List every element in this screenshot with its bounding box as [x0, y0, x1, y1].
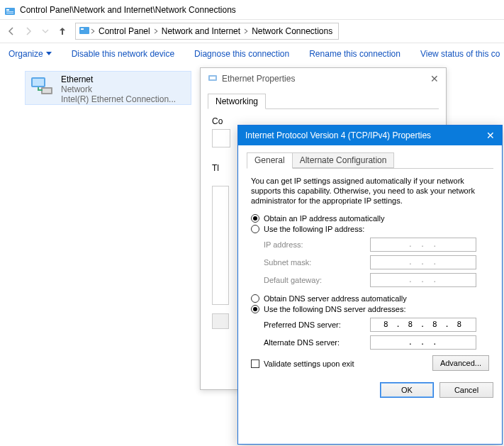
items-list-edge: [212, 186, 229, 305]
radio-obtain-dns[interactable]: Obtain DNS server address automatically: [251, 294, 489, 303]
radio-icon: [251, 294, 259, 303]
adapter-item-ethernet[interactable]: Ethernet Network Intel(R) Ethernet Conne…: [25, 71, 191, 105]
cancel-button[interactable]: Cancel: [439, 382, 493, 398]
radio-use-ip-label: Use the following IP address:: [264, 225, 364, 233]
adapter-device: Intel(R) Ethernet Connection...: [61, 94, 176, 104]
checkbox-icon: [251, 359, 259, 368]
input-preferred-dns[interactable]: 8 . 8 . 8 . 8: [370, 318, 476, 332]
network-adapter-icon: [30, 74, 55, 97]
connect-using-box: [212, 129, 230, 147]
close-icon[interactable]: ✕: [430, 73, 439, 84]
up-button[interactable]: [54, 23, 71, 40]
breadcrumb-seg-3[interactable]: Network Connections: [249, 26, 335, 36]
chevron-right-icon: [243, 26, 249, 36]
ethernet-properties-header[interactable]: Ethernet Properties ✕: [201, 68, 446, 89]
adapter-status: Network: [61, 84, 176, 94]
adapter-text: Ethernet Network Intel(R) Ethernet Conne…: [61, 74, 176, 104]
breadcrumb-seg-1[interactable]: Control Panel: [96, 26, 153, 36]
title-bar: Control Panel\Network and Internet\Netwo…: [0, 0, 504, 20]
rename-button[interactable]: Rename this connection: [309, 49, 401, 59]
ipv4-properties-window: Internet Protocol Version 4 (TCP/IPv4) P…: [237, 125, 503, 445]
radio-use-dns-label: Use the following DNS server addresses:: [264, 305, 406, 313]
tab-general[interactable]: General: [247, 152, 293, 169]
svg-rect-1: [6, 9, 9, 11]
view-status-button[interactable]: View status of this co: [420, 49, 500, 59]
radio-use-ip[interactable]: Use the following IP address:: [251, 225, 489, 233]
svg-rect-4: [79, 27, 89, 34]
svg-rect-2: [6, 11, 13, 12]
window-title: Control Panel\Network and Internet\Netwo…: [20, 0, 236, 20]
chevron-right-icon: [90, 26, 96, 36]
advanced-button[interactable]: Advanced...: [432, 355, 489, 371]
input-ip-address: . . .: [370, 238, 476, 252]
ethernet-properties-title: Ethernet Properties: [222, 74, 295, 84]
label-default-gateway: Default gateway:: [264, 276, 370, 284]
breadcrumb-seg-2[interactable]: Network and Internet: [159, 26, 243, 36]
input-subnet-mask: . . .: [370, 255, 476, 269]
svg-rect-3: [6, 13, 13, 13]
address-icon: [79, 25, 90, 38]
ipv4-title: Internet Protocol Version 4 (TCP/IPv4) P…: [245, 130, 431, 140]
toolbar: Organize Disable this network device Dia…: [0, 43, 504, 64]
chevron-down-icon: [46, 52, 52, 55]
input-default-gateway: . . .: [370, 273, 476, 287]
radio-use-dns[interactable]: Use the following DNS server addresses:: [251, 305, 489, 313]
label-ip-address: IP address:: [264, 240, 370, 249]
install-button-edge: [212, 313, 229, 329]
adapter-name: Ethernet: [61, 74, 176, 84]
chevron-right-icon: [153, 26, 159, 36]
back-button[interactable]: [3, 23, 20, 40]
label-preferred-dns: Preferred DNS server:: [264, 320, 370, 329]
organize-menu[interactable]: Organize: [9, 49, 52, 59]
nic-icon: [208, 73, 218, 85]
radio-icon: [251, 225, 259, 233]
input-alternate-dns[interactable]: . . .: [370, 335, 476, 350]
svg-rect-11: [210, 77, 215, 79]
ipv4-header[interactable]: Internet Protocol Version 4 (TCP/IPv4) P…: [238, 126, 502, 145]
svg-rect-9: [43, 89, 51, 93]
forward-button[interactable]: [20, 23, 37, 40]
checkbox-validate-label: Validate settings upon exit: [264, 359, 354, 368]
radio-icon: [251, 305, 259, 313]
label-alternate-dns: Alternate DNS server:: [264, 338, 370, 347]
tab-alternate-configuration[interactable]: Alternate Configuration: [292, 152, 395, 168]
address-bar[interactable]: Control Panel Network and Internet Netwo…: [75, 23, 339, 40]
radio-obtain-dns-label: Obtain DNS server address automatically: [264, 294, 407, 303]
svg-rect-5: [81, 28, 84, 30]
recent-dropdown[interactable]: [37, 23, 54, 40]
radio-obtain-ip[interactable]: Obtain an IP address automatically: [251, 214, 489, 223]
diagnose-button[interactable]: Diagnose this connection: [194, 49, 289, 59]
ok-button[interactable]: OK: [380, 382, 434, 398]
label-subnet-mask: Subnet mask:: [264, 258, 370, 267]
disable-device-button[interactable]: Disable this network device: [72, 49, 174, 59]
control-panel-icon: [4, 4, 16, 16]
tab-networking[interactable]: Networking: [208, 94, 266, 109]
radio-icon: [251, 214, 259, 223]
nav-row: Control Panel Network and Internet Netwo…: [0, 20, 504, 43]
close-icon[interactable]: ✕: [486, 130, 495, 141]
organize-label: Organize: [9, 49, 43, 59]
svg-rect-7: [33, 79, 44, 86]
ipv4-description: You can get IP settings assigned automat…: [251, 176, 489, 206]
radio-obtain-ip-label: Obtain an IP address automatically: [264, 214, 384, 223]
